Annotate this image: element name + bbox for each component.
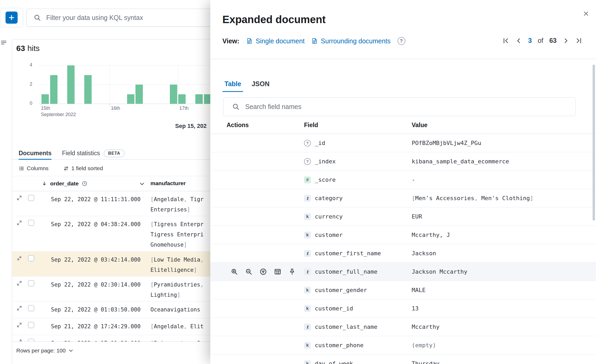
hits-label: hits (27, 44, 40, 53)
meta-field-icon: ? (304, 158, 311, 165)
histogram-bar[interactable] (84, 75, 92, 104)
histogram-bar[interactable] (195, 94, 203, 104)
row-checkbox[interactable] (28, 220, 34, 226)
histogram-bar[interactable] (41, 94, 49, 104)
text-field-icon: t (304, 250, 311, 257)
order-date-cell: Sep 22, 2022 @ 02:30:14.000 (51, 280, 140, 290)
text-field-icon: t (304, 268, 311, 275)
rows-per-page-button[interactable]: Rows per page: 100 (16, 347, 74, 354)
field-value-cell: Mccarthy (412, 324, 596, 330)
histogram-bar[interactable] (50, 75, 57, 104)
column-menu-chevron-icon[interactable] (139, 181, 145, 187)
expand-document-icon[interactable] (17, 195, 22, 201)
row-checkbox[interactable] (28, 280, 34, 286)
field-row-_id[interactable]: ?_idPOfBZoMBjbVLjw4Z_PGu (210, 134, 596, 152)
sort-fields-button[interactable]: 1 field sorted (63, 165, 103, 171)
number-field-icon: # (304, 176, 311, 183)
filter-for-value-icon[interactable] (231, 268, 238, 275)
field-search-bar[interactable] (223, 97, 576, 116)
tab-table[interactable]: Table (222, 77, 243, 92)
tab-json[interactable]: JSON (249, 77, 271, 92)
row-checkbox[interactable] (28, 195, 34, 201)
filter-out-value-icon[interactable] (245, 268, 252, 275)
close-icon[interactable] (580, 8, 592, 19)
histogram-bar[interactable] (170, 85, 177, 104)
pin-field-icon[interactable] (289, 268, 296, 275)
hits-number: 63 (16, 44, 25, 53)
field-name-cell: ?_id (304, 140, 412, 147)
field-name: customer_full_name (315, 268, 377, 275)
document-icon (246, 38, 253, 44)
toggle-column-in-table-icon[interactable] (274, 268, 281, 275)
tab-field-statistics[interactable]: Field statistics BETA (62, 147, 125, 159)
field-row-customer_last_name[interactable]: tcustomer_last_nameMccarthy (210, 318, 596, 336)
rows-per-page-label: Rows per page: 100 (16, 347, 66, 354)
filter-for-field-present-icon[interactable] (260, 268, 267, 275)
page-of-label: of (538, 37, 543, 44)
field-row-customer_first_name[interactable]: tcustomer_first_nameJackson (210, 244, 596, 263)
row-checkbox[interactable] (28, 255, 34, 261)
field-row-_score[interactable]: #_score- (210, 171, 596, 189)
search-icon (232, 103, 239, 110)
document-icon (311, 38, 318, 44)
panel-menu-icon[interactable] (1, 39, 7, 46)
last-page-icon[interactable] (576, 37, 582, 44)
keyword-field-icon: k (304, 232, 311, 238)
expand-document-icon[interactable] (17, 305, 22, 311)
row-checkbox[interactable] (28, 305, 34, 311)
field-actions (227, 268, 304, 275)
field-name: customer_first_name (315, 250, 381, 257)
histogram-bar[interactable] (67, 65, 75, 104)
field-row-customer_full_name[interactable]: tcustomer_full_nameJackson Mccarthy (210, 263, 596, 281)
field-row-currency[interactable]: kcurrencyEUR (210, 207, 596, 226)
previous-page-icon[interactable] (515, 37, 522, 44)
field-row-customer[interactable]: kcustomerMccarthy, J (210, 226, 596, 244)
field-value-cell: EUR (412, 213, 596, 220)
help-icon[interactable]: ? (398, 37, 405, 45)
columns-button-label: Columns (27, 165, 49, 171)
row-checkbox[interactable] (28, 322, 34, 328)
x-axis-tick-label: 16th (111, 106, 120, 111)
expand-document-icon[interactable] (17, 280, 22, 286)
surrounding-documents-link[interactable]: Surrounding documents (311, 37, 390, 45)
manufacturer-column-header[interactable]: manufacturer (150, 180, 186, 186)
order-date-column-header[interactable]: order_date (50, 180, 79, 187)
total-pages: 63 (549, 37, 557, 44)
chart-gridline (109, 64, 110, 104)
field-row-customer_id[interactable]: kcustomer_id13 (210, 299, 596, 318)
histogram-bar[interactable] (127, 94, 134, 104)
expand-document-icon[interactable] (17, 256, 22, 261)
field-row-category[interactable]: tcategory[Men's Accessories, Men's Cloth… (210, 189, 596, 207)
x-axis-tick-sublabel: September 2022 (41, 112, 76, 117)
field-name-cell: tcategory (304, 195, 412, 202)
field-search-input[interactable] (245, 103, 570, 111)
single-document-link[interactable]: Single document (246, 37, 305, 45)
field-row-day_of_week[interactable]: kday_of_weekThursday (210, 355, 596, 364)
sort-desc-arrow-icon (41, 181, 47, 186)
field-row-customer_gender[interactable]: kcustomer_genderMALE (210, 281, 596, 299)
field-name-cell: tcustomer_first_name (304, 250, 412, 257)
add-filter-button[interactable] (6, 12, 18, 24)
scrollbar-thumb[interactable] (593, 65, 595, 221)
current-page[interactable]: 3 (528, 37, 532, 44)
expand-document-icon[interactable] (17, 322, 22, 328)
doc-viewer-tabs: Table JSON (222, 77, 272, 92)
next-page-icon[interactable] (563, 37, 569, 44)
expanded-document-flyout: Expanded document View: Single document … (210, 0, 596, 364)
expand-document-icon[interactable] (17, 220, 22, 226)
columns-button[interactable]: Columns (19, 165, 49, 171)
field-row-customer_phone[interactable]: kcustomer_phone(empty) (210, 336, 596, 355)
tab-documents[interactable]: Documents (19, 147, 51, 159)
y-axis-tick-label: 2 (17, 81, 32, 87)
actions-column-header: Actions (227, 122, 304, 129)
field-value-cell: - (412, 176, 596, 183)
hits-count: 63hits (16, 44, 40, 53)
histogram-bar[interactable] (135, 85, 143, 104)
histogram-bar[interactable] (178, 94, 186, 104)
first-page-icon[interactable] (502, 37, 509, 44)
field-name: customer_gender (315, 287, 367, 293)
field-name-cell: kcustomer (304, 232, 412, 238)
field-name-cell: kcurrency (304, 213, 412, 220)
field-row-_index[interactable]: ?_indexkibana_sample_data_ecommerce (210, 152, 596, 171)
tab-field-statistics-label: Field statistics (62, 150, 100, 157)
